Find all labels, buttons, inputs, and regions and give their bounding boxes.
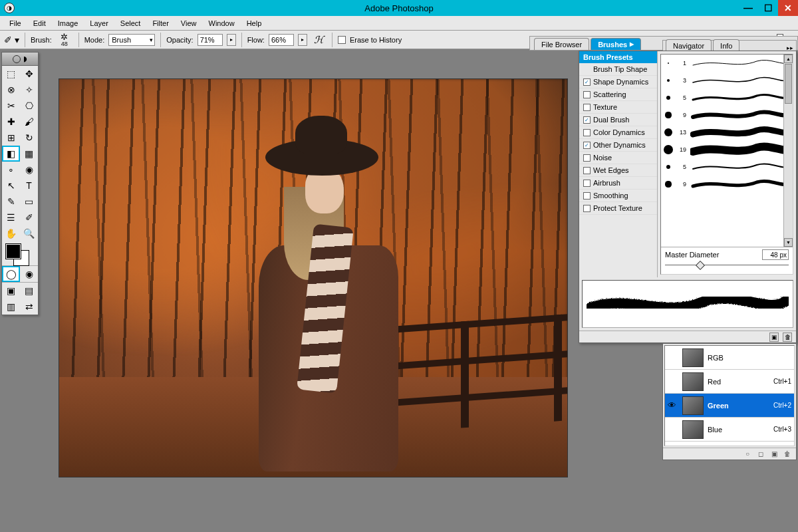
opacity-input[interactable]: 71% [198, 34, 223, 46]
zoom-tool[interactable]: 🔍 [20, 225, 38, 241]
scroll-up-icon[interactable]: ▲ [784, 55, 793, 63]
scrollbar[interactable]: ▲ ▼ [783, 55, 793, 247]
load-selection-icon[interactable]: ○ [743, 450, 752, 459]
notes-tool[interactable]: ☰ [2, 209, 20, 225]
toolbox-header[interactable]: ◗ [2, 53, 38, 66]
new-channel-icon[interactable]: ▣ [769, 450, 779, 459]
wand-tool[interactable]: ✧ [20, 82, 38, 98]
blur-tool[interactable]: ∘ [2, 162, 20, 178]
dodge-tool[interactable]: ◉ [20, 162, 38, 178]
brush-stroke-row[interactable]: 3 [661, 72, 793, 89]
brush-option-wet-edges[interactable]: Wet Edges [579, 164, 657, 177]
mode-select[interactable]: Brush [108, 34, 155, 46]
path-tool[interactable]: ↖ [2, 178, 20, 194]
checkbox[interactable] [583, 104, 591, 111]
color-swatches[interactable] [2, 241, 38, 265]
master-diameter-input[interactable] [762, 249, 789, 260]
screen-full-menu[interactable]: ▤ [20, 283, 38, 299]
brush-preset-picker[interactable]: ✲48 [56, 33, 73, 47]
menu-filter[interactable]: Filter [147, 18, 174, 29]
type-tool[interactable]: T [20, 178, 38, 194]
menu-window[interactable]: Window [203, 18, 240, 29]
checkbox[interactable] [583, 192, 591, 200]
tab-brushes[interactable]: Brushes▶ [591, 38, 641, 50]
brush-stroke-list[interactable]: 1359131959 ▲ ▼ [661, 55, 793, 247]
brush-tool[interactable]: 🖌 [20, 114, 38, 130]
brush-stroke-row[interactable]: 1 [661, 55, 793, 72]
channel-row-blue[interactable]: BlueCtrl+3 [665, 418, 794, 442]
brush-option-texture[interactable]: Texture [579, 101, 657, 114]
menu-edit[interactable]: Edit [28, 18, 51, 29]
checkbox[interactable] [583, 167, 591, 174]
screen-full[interactable]: ▥ [2, 299, 20, 315]
foreground-color[interactable] [6, 244, 21, 259]
marquee-tool[interactable]: ⬚ [2, 66, 20, 82]
delete-brush-icon[interactable]: 🗑 [783, 332, 792, 342]
opacity-flyout[interactable]: ▸ [227, 34, 236, 46]
close-button[interactable]: ✕ [778, 0, 798, 16]
standard-mode[interactable]: ◯ [2, 266, 20, 282]
gradient-tool[interactable]: ▦ [20, 146, 38, 162]
tool-preset-icon[interactable]: ✐ ▾ [4, 35, 19, 45]
move-tool[interactable]: ✥ [20, 66, 38, 82]
checkbox[interactable]: ✓ [583, 142, 591, 149]
brush-stroke-row[interactable]: 5 [661, 158, 793, 176]
crop-tool[interactable]: ✂ [2, 98, 20, 114]
checkbox[interactable] [583, 180, 591, 187]
delete-channel-icon[interactable]: 🗑 [783, 450, 792, 459]
menu-select[interactable]: Select [115, 18, 146, 29]
brush-option-smoothing[interactable]: Smoothing [579, 190, 657, 202]
brush-presets-header[interactable]: Brush Presets [579, 51, 657, 63]
checkbox[interactable] [583, 91, 591, 98]
brush-stroke-row[interactable]: 19 [661, 141, 793, 158]
airbrush-icon[interactable]: ℋ [314, 34, 324, 46]
brush-option-color-dynamics[interactable]: Color Dynamics [579, 126, 657, 139]
stamp-tool[interactable]: ⊞ [2, 130, 20, 146]
flow-input[interactable]: 66% [269, 34, 294, 46]
brush-option-other-dynamics[interactable]: ✓Other Dynamics [579, 139, 657, 152]
pen-tool[interactable]: ✎ [2, 194, 20, 209]
tab-navigator[interactable]: Navigator [666, 39, 712, 51]
history-brush-tool[interactable]: ↻ [20, 130, 38, 146]
imageready-jump[interactable]: ⇄ [20, 299, 38, 315]
erase-history-checkbox[interactable] [338, 36, 346, 44]
tab-info[interactable]: Info [713, 39, 739, 51]
scroll-thumb[interactable] [785, 64, 792, 104]
brush-stroke-row[interactable]: 9 [661, 176, 793, 193]
document-canvas[interactable] [59, 78, 568, 477]
checkbox[interactable]: ✓ [583, 78, 591, 86]
hand-tool[interactable]: ✋ [2, 225, 20, 241]
brush-stroke-row[interactable]: 13 [661, 124, 793, 141]
maximize-button[interactable]: ☐ [758, 0, 778, 16]
visibility-icon[interactable]: 👁 [668, 400, 678, 410]
menu-view[interactable]: View [176, 18, 202, 29]
new-brush-icon[interactable]: ▣ [769, 332, 779, 342]
brush-option-protect-texture[interactable]: Protect Texture [579, 202, 657, 215]
checkbox[interactable] [583, 129, 591, 136]
brush-option-scattering[interactable]: Scattering [579, 88, 657, 101]
flow-flyout[interactable]: ▸ [298, 34, 307, 46]
channel-row-green[interactable]: 👁GreenCtrl+2 [665, 394, 794, 418]
master-diameter-slider[interactable] [665, 262, 789, 271]
minimize-button[interactable]: — [738, 0, 758, 16]
checkbox[interactable] [583, 205, 591, 212]
channel-row-red[interactable]: RedCtrl+1 [665, 370, 794, 394]
menu-layer[interactable]: Layer [84, 18, 114, 29]
brush-option-brush-tip-shape[interactable]: Brush Tip Shape [579, 63, 657, 76]
slice-tool[interactable]: ⎔ [20, 98, 38, 114]
brush-option-airbrush[interactable]: Airbrush [579, 177, 657, 190]
save-selection-icon[interactable]: ◻ [756, 450, 765, 459]
brush-option-dual-brush[interactable]: ✓Dual Brush [579, 114, 657, 126]
brush-stroke-row[interactable]: 5 [661, 89, 793, 106]
channel-row-rgb[interactable]: RGB [665, 346, 794, 370]
healing-tool[interactable]: ✚ [2, 114, 20, 130]
menu-file[interactable]: File [4, 18, 27, 29]
brush-stroke-row[interactable]: 9 [661, 106, 793, 124]
scroll-down-icon[interactable]: ▼ [784, 238, 793, 247]
tab-file-browser[interactable]: File Browser [534, 38, 589, 50]
eraser-tool[interactable]: ◧ [2, 146, 20, 162]
screen-standard[interactable]: ▣ [2, 283, 20, 299]
eyedropper-tool[interactable]: ✐ [20, 209, 38, 225]
brush-option-noise[interactable]: Noise [579, 152, 657, 164]
checkbox[interactable] [583, 154, 591, 162]
